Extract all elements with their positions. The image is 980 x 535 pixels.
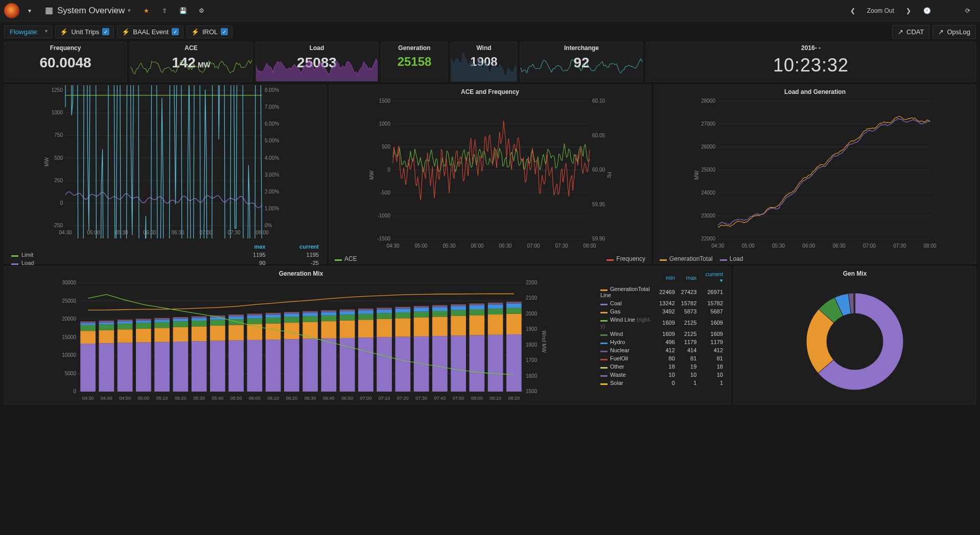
svg-text:06:40: 06:40	[323, 396, 335, 401]
zoom-out-button[interactable]: Zoom Out	[863, 7, 898, 14]
svg-rect-299	[432, 311, 448, 317]
svg-rect-117	[99, 343, 114, 392]
svg-text:MW: MW	[694, 171, 699, 180]
tile-title: Generation	[382, 44, 447, 52]
save-icon[interactable]: 💾	[175, 3, 191, 19]
svg-rect-139	[136, 323, 151, 328]
svg-rect-127	[118, 343, 133, 392]
svg-rect-190	[228, 317, 244, 319]
svg-text:2200: 2200	[526, 280, 538, 285]
svg-rect-309	[451, 310, 466, 316]
svg-text:500: 500	[54, 155, 63, 161]
svg-text:08:00: 08:00	[471, 396, 483, 401]
logo-dropdown[interactable]: ▾	[21, 3, 38, 19]
svg-rect-140	[136, 321, 151, 323]
svg-text:25000: 25000	[62, 298, 76, 304]
svg-rect-210	[266, 315, 281, 318]
svg-rect-222	[284, 312, 299, 312]
flowgate-select[interactable]: Flowgate:	[4, 26, 52, 38]
svg-rect-287	[414, 336, 429, 392]
svg-rect-187	[228, 341, 244, 392]
svg-rect-231	[302, 311, 318, 313]
chip-baal-event[interactable]: ⚡BAAL Event✓	[117, 26, 183, 38]
tile-load[interactable]: Load 25083	[255, 42, 378, 82]
svg-text:750: 750	[54, 132, 63, 138]
svg-text:05:50: 05:50	[230, 396, 242, 401]
svg-text:1500: 1500	[526, 388, 538, 394]
svg-rect-321	[470, 304, 485, 305]
svg-rect-297	[432, 336, 448, 392]
grafana-logo-icon[interactable]	[4, 3, 19, 18]
svg-rect-312	[451, 304, 466, 305]
svg-rect-162	[173, 317, 189, 318]
svg-rect-282	[395, 307, 411, 307]
dashboard-title[interactable]: ▦ System Overview ▾	[40, 5, 136, 16]
svg-text:6.00%: 6.00%	[265, 121, 279, 127]
svg-text:8.00%: 8.00%	[265, 87, 279, 93]
star-icon[interactable]: ★	[138, 3, 154, 19]
svg-rect-308	[451, 316, 466, 335]
panel-gen-mix-pie[interactable]: Gen Mix	[734, 266, 976, 404]
svg-text:59.90: 59.90	[592, 236, 605, 241]
svg-rect-258	[358, 320, 374, 337]
svg-text:2100: 2100	[526, 295, 538, 301]
refresh-icon[interactable]: ⟳	[960, 3, 976, 19]
clock-icon[interactable]: 🕘	[919, 3, 935, 19]
svg-text:04:30: 04:30	[82, 396, 94, 401]
svg-rect-209	[266, 318, 281, 323]
svg-rect-178	[210, 326, 225, 341]
panel-generation-mix[interactable]: Generation Mix 0500010000150002000025000…	[4, 266, 731, 404]
svg-text:1.00%: 1.00%	[265, 206, 279, 211]
tile-wind[interactable]: Wind 1908	[451, 42, 517, 82]
panel-ace-frequency[interactable]: ACE and Frequency -1500-1000-50005001000…	[329, 85, 651, 263]
tile-interchange[interactable]: Interchange 92	[520, 42, 643, 82]
tile-generation[interactable]: Generation 25158	[381, 42, 448, 82]
svg-rect-341	[506, 302, 522, 304]
link-cdat[interactable]: ↗CDAT	[892, 25, 929, 39]
panel-load-generation[interactable]: Load and Generation 22000230002400025000…	[654, 85, 976, 263]
svg-rect-197	[247, 340, 263, 392]
svg-rect-230	[302, 313, 318, 316]
time-fwd-icon[interactable]: ❯	[900, 3, 917, 19]
svg-rect-112	[80, 322, 96, 322]
panel-load-limit[interactable]: -2500250500750100012500%1.00%2.00%3.00%4…	[4, 85, 326, 263]
svg-text:15000: 15000	[62, 334, 76, 340]
chip-irol[interactable]: ⚡IROL✓	[186, 26, 232, 38]
svg-text:07:30: 07:30	[555, 243, 568, 249]
svg-rect-277	[395, 337, 411, 392]
share-icon[interactable]: ⇪	[156, 3, 173, 19]
svg-text:23000: 23000	[701, 213, 715, 218]
svg-rect-319	[470, 309, 485, 315]
svg-rect-152	[154, 318, 170, 319]
svg-rect-131	[118, 320, 133, 322]
svg-text:08:00: 08:00	[583, 243, 596, 249]
svg-rect-270	[377, 309, 392, 313]
tile-ace[interactable]: ACE 142MW	[130, 42, 252, 82]
time-back-icon[interactable]: ❮	[845, 3, 861, 19]
svg-rect-128	[118, 329, 133, 343]
link-opslog[interactable]: ↗OpsLog	[932, 25, 976, 39]
svg-rect-201	[247, 314, 263, 315]
tile-title: Load	[256, 44, 378, 52]
svg-text:06:30: 06:30	[499, 243, 511, 249]
svg-text:-500: -500	[380, 190, 390, 196]
svg-rect-192	[228, 314, 244, 315]
settings-icon[interactable]: ⚙	[193, 3, 209, 19]
tile-frequency[interactable]: Frequency 60.0048	[4, 42, 127, 82]
svg-rect-322	[470, 304, 485, 304]
svg-text:06:00: 06:00	[471, 243, 483, 249]
svg-text:3.00%: 3.00%	[265, 172, 279, 178]
chip-unit-trips[interactable]: ⚡Unit Trips✓	[55, 26, 114, 38]
svg-rect-260	[358, 310, 374, 314]
svg-rect-257	[358, 337, 374, 392]
svg-rect-300	[432, 307, 448, 311]
svg-text:1000: 1000	[52, 110, 63, 115]
svg-rect-252	[340, 309, 355, 310]
svg-rect-228	[302, 322, 318, 339]
svg-rect-191	[228, 315, 244, 317]
svg-text:MW: MW	[369, 171, 375, 180]
svg-rect-212	[266, 313, 281, 313]
svg-rect-188	[228, 325, 244, 340]
svg-text:60.10: 60.10	[592, 99, 605, 104]
svg-text:05:20: 05:20	[175, 396, 186, 401]
